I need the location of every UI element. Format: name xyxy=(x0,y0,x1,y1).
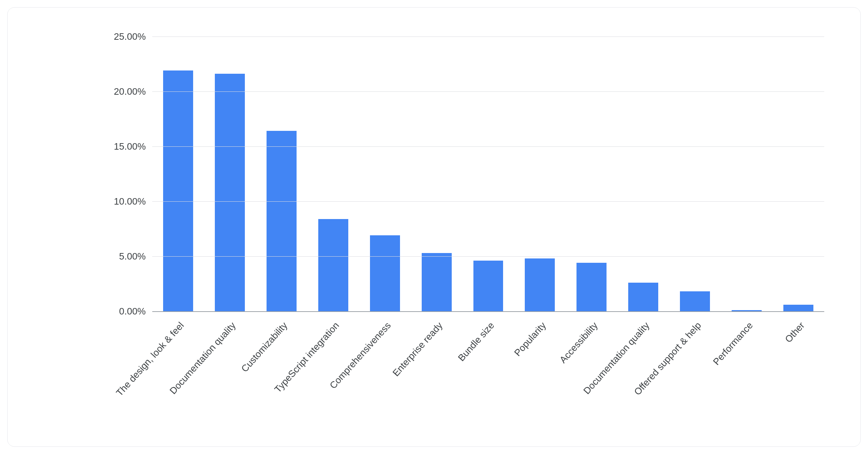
bar-slot xyxy=(617,37,669,311)
x-axis-baseline xyxy=(152,311,824,312)
gridline xyxy=(152,91,824,92)
bar-slot xyxy=(669,37,721,311)
x-label-slot: Comprehensiveness xyxy=(359,315,411,445)
x-label-slot: Enterprise ready xyxy=(411,315,463,445)
x-axis-labels: The design, look & feelDocumentation qua… xyxy=(152,315,824,445)
bar xyxy=(215,74,245,311)
bar xyxy=(267,131,297,311)
y-tick-label: 20.00% xyxy=(114,86,152,97)
y-tick-label: 15.00% xyxy=(114,141,152,152)
bar xyxy=(525,258,555,311)
x-label-slot: Performance xyxy=(721,315,773,445)
bar xyxy=(163,70,193,311)
plot-region: 0.00%5.00%10.00%15.00%20.00%25.00% xyxy=(152,37,824,311)
bar-slot xyxy=(152,37,204,311)
y-tick-label: 5.00% xyxy=(119,251,152,262)
bar-slot xyxy=(514,37,566,311)
bar xyxy=(576,263,607,311)
bar-slot xyxy=(463,37,514,311)
gridline xyxy=(152,146,824,147)
bar xyxy=(783,305,813,311)
bar-slot xyxy=(204,37,256,311)
gridline xyxy=(152,37,824,37)
chart-area: 0.00%5.00%10.00%15.00%20.00%25.00% The d… xyxy=(22,22,846,432)
bar-slot xyxy=(773,37,824,311)
bar-slot xyxy=(256,37,307,311)
bar-slot xyxy=(411,37,463,311)
bar xyxy=(370,235,400,311)
x-tick-label: Other xyxy=(783,320,807,345)
x-label-slot: Bundle size xyxy=(463,315,514,445)
bar xyxy=(473,261,503,311)
chart-card: 0.00%5.00%10.00%15.00%20.00%25.00% The d… xyxy=(7,7,861,447)
gridline xyxy=(152,256,824,257)
bar-slot xyxy=(359,37,411,311)
x-label-slot: Other xyxy=(773,315,824,445)
bar xyxy=(680,291,710,311)
y-tick-label: 10.00% xyxy=(114,196,152,207)
bar-slot xyxy=(307,37,359,311)
y-tick-label: 25.00% xyxy=(114,31,152,42)
y-tick-label: 0.00% xyxy=(119,306,152,317)
gridline xyxy=(152,201,824,202)
bar-slot xyxy=(566,37,617,311)
bar xyxy=(628,283,658,311)
bar xyxy=(422,253,452,311)
x-tick-label: Popularity xyxy=(512,320,548,359)
bar xyxy=(318,219,348,311)
bars-container xyxy=(152,37,824,311)
x-label-slot: Documentation quality xyxy=(204,315,256,445)
x-label-slot: Offered support & help xyxy=(669,315,721,445)
bar-slot xyxy=(721,37,773,311)
x-label-slot: Popularity xyxy=(514,315,566,445)
